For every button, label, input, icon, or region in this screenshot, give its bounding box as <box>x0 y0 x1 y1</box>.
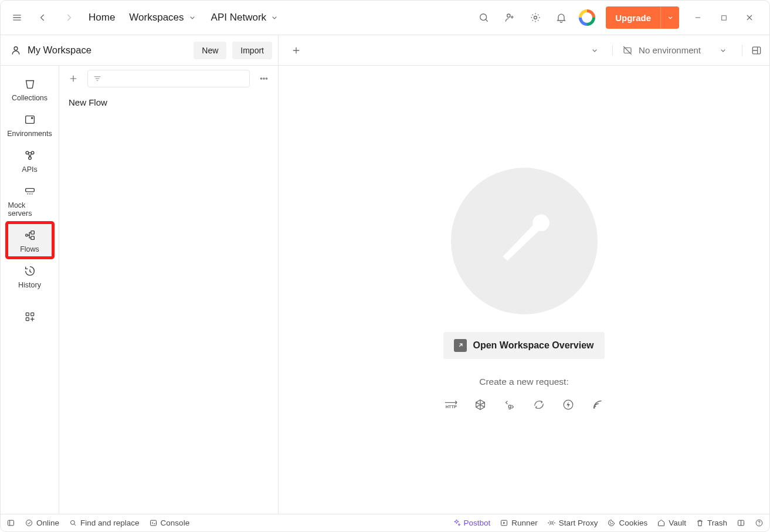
sidebar-item-apis[interactable]: APIs <box>7 143 53 178</box>
window-close[interactable] <box>738 6 761 29</box>
nav-home[interactable]: Home <box>83 8 121 27</box>
search-button[interactable] <box>472 6 496 29</box>
request-type-icons: HTTP g <box>444 398 605 412</box>
flows-icon <box>23 229 36 242</box>
open-workspace-overview-button[interactable]: Open Workspace Overview <box>443 332 604 359</box>
settings-button[interactable] <box>524 6 547 29</box>
upgrade-button[interactable]: Upgrade <box>606 6 679 29</box>
svg-rect-18 <box>26 318 29 321</box>
svg-point-1 <box>507 14 510 17</box>
svg-rect-3 <box>721 15 726 20</box>
sidebar-label-collections: Collections <box>12 94 48 102</box>
svg-point-35 <box>612 523 613 524</box>
workspace-bar: My Workspace New Import No environment <box>1 35 769 66</box>
window-minimize[interactable] <box>686 6 710 29</box>
status-vault-label: Vault <box>669 519 686 527</box>
tabs-dropdown[interactable] <box>583 46 606 55</box>
nav-api-network[interactable]: API Network <box>205 8 285 27</box>
filter-icon <box>93 74 102 83</box>
sidebar-item-environments[interactable]: Environments <box>7 107 53 142</box>
svg-point-2 <box>534 16 537 19</box>
status-cookies-label: Cookies <box>619 519 647 527</box>
mqtt-request-icon[interactable] <box>591 398 605 412</box>
sidebar-label-flows: Flows <box>20 245 39 253</box>
svg-point-8 <box>31 117 32 118</box>
status-trash[interactable]: Trash <box>696 519 727 527</box>
invite-button[interactable] <box>498 6 521 29</box>
configure-icon <box>24 311 36 323</box>
nav-forward-button[interactable] <box>57 6 80 29</box>
main-panel: Open Workspace Overview Create a new req… <box>279 66 769 514</box>
upgrade-dropdown[interactable] <box>660 6 679 29</box>
status-runner[interactable]: Runner <box>500 519 537 527</box>
svg-rect-17 <box>30 313 33 316</box>
import-button[interactable]: Import <box>232 42 272 59</box>
svg-rect-12 <box>25 188 34 192</box>
window-maximize[interactable] <box>712 6 735 29</box>
sidebar-label-mock-servers: Mock servers <box>8 201 52 218</box>
avatar[interactable] <box>579 9 595 26</box>
websocket-request-icon[interactable] <box>532 398 546 412</box>
status-console-label: Console <box>161 519 190 527</box>
status-vault[interactable]: Vault <box>657 519 686 527</box>
nav-workspaces[interactable]: Workspaces <box>123 8 202 27</box>
svg-rect-14 <box>30 236 34 240</box>
status-help[interactable] <box>755 519 764 527</box>
status-cookies[interactable]: Cookies <box>607 519 647 527</box>
status-online-label: Online <box>36 519 59 527</box>
environment-label: No environment <box>639 45 701 55</box>
workspace-title[interactable]: My Workspace <box>10 45 188 56</box>
mock-servers-icon <box>23 185 36 198</box>
svg-rect-13 <box>30 231 34 235</box>
http-request-icon[interactable]: HTTP <box>444 398 458 412</box>
svg-point-15 <box>25 234 28 236</box>
postman-logo <box>451 168 598 314</box>
status-start-proxy[interactable]: Start Proxy <box>547 519 598 527</box>
new-button[interactable]: New <box>194 42 226 59</box>
nav-back-button[interactable] <box>31 6 55 29</box>
history-icon <box>23 265 36 277</box>
status-console[interactable]: Console <box>149 519 190 527</box>
create-request-hint: Create a new request: <box>479 377 569 387</box>
list-more-button[interactable] <box>255 69 273 88</box>
sidebar-label-history: History <box>18 281 41 289</box>
svg-rect-16 <box>26 313 29 316</box>
sidebar-item-mock-servers[interactable]: Mock servers <box>7 179 53 222</box>
status-two-pane[interactable] <box>737 519 745 527</box>
top-bar: Home Workspaces API Network Upgrade <box>1 1 769 35</box>
status-sidebar-toggle[interactable] <box>6 519 15 527</box>
environment-quicklook[interactable] <box>742 45 762 56</box>
sidebar-item-history[interactable]: History <box>7 259 53 293</box>
socketio-request-icon[interactable] <box>561 398 575 412</box>
environment-select[interactable]: No environment <box>612 45 736 56</box>
sidebar-item-flows[interactable]: Flows <box>7 223 53 257</box>
sidebar-item-collections[interactable]: Collections <box>7 72 53 106</box>
filter-input[interactable] <box>87 70 250 87</box>
status-postbot-label: Postbot <box>464 519 491 527</box>
new-tab-button[interactable] <box>284 39 308 62</box>
list-panel: New Flow <box>59 66 279 514</box>
status-start-proxy-label: Start Proxy <box>559 519 598 527</box>
nav-api-network-label: API Network <box>211 12 266 23</box>
upgrade-label: Upgrade <box>606 13 660 23</box>
status-postbot[interactable]: Postbot <box>452 519 491 527</box>
menu-button[interactable] <box>5 6 29 29</box>
workspace-header: My Workspace New Import <box>1 35 279 65</box>
status-online[interactable]: Online <box>25 519 59 527</box>
svg-point-26 <box>593 407 595 408</box>
create-flow-button[interactable] <box>64 69 83 88</box>
svg-point-29 <box>70 520 74 524</box>
svg-point-32 <box>550 522 552 524</box>
grpc-request-icon[interactable]: g <box>503 398 517 412</box>
svg-point-34 <box>610 524 611 524</box>
list-item[interactable]: New Flow <box>59 92 278 113</box>
svg-text:HTTP: HTTP <box>445 404 456 409</box>
svg-point-19 <box>260 78 262 79</box>
svg-text:g: g <box>508 403 511 409</box>
status-find-replace[interactable]: Find and replace <box>69 519 140 527</box>
no-environment-icon <box>622 45 633 56</box>
sidebar-item-configure[interactable] <box>7 306 53 327</box>
graphql-request-icon[interactable] <box>473 398 487 412</box>
open-overview-label: Open Workspace Overview <box>473 340 593 351</box>
notifications-button[interactable] <box>549 6 573 29</box>
